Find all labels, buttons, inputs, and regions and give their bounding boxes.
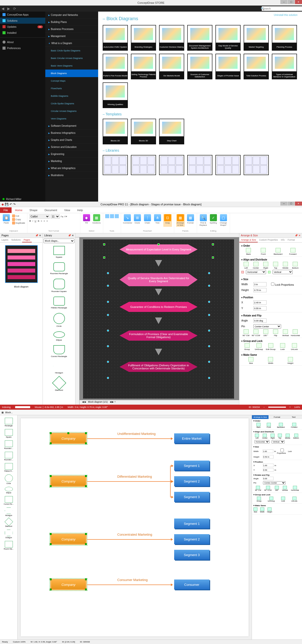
align-bottom[interactable]: Bottom [291, 262, 300, 269]
cut-button[interactable]: Cut [12, 214, 25, 218]
change-shape-button[interactable]: ▢Change Shape* [219, 214, 228, 227]
shape-ellipse[interactable]: Ellipse [43, 329, 75, 343]
order-front[interactable]: Front [256, 248, 271, 255]
flowbox[interactable]: Quality of Service Standards Are Determi… [120, 273, 198, 286]
shape-hexagon[interactable]: Hexagon [43, 360, 75, 376]
flowbox[interactable]: Guarantee of Conditions to Redeem Promis… [120, 302, 198, 312]
nav-updates[interactable]: Updates02 [0, 24, 45, 30]
tab-shape[interactable]: Shape [26, 207, 41, 213]
cat-item[interactable]: ▶Marketing [45, 158, 98, 165]
segment-box[interactable]: Segment 2 [174, 476, 209, 486]
cat-item[interactable]: ▶Building Plans [45, 19, 98, 26]
editgroup-btn[interactable]: Edit Group [265, 343, 276, 350]
category-list[interactable]: ▶Computer and Networks ▶Building Plans ▶… [45, 12, 98, 202]
pane-pin-icon[interactable]: 📌 ✕ [68, 234, 74, 237]
tb-icon[interactable]: ▦ [2, 411, 4, 414]
thumb-item[interactable]: Automotive HVAC System [103, 25, 128, 51]
dist-v[interactable]: Vertical [272, 440, 285, 443]
close-button[interactable]: ✕ [295, 202, 302, 206]
pin-select[interactable]: Center-Center [253, 324, 281, 329]
tab-view[interactable]: View [61, 207, 74, 213]
cat-item[interactable]: ▶Business Infographics [45, 130, 98, 137]
segment-box[interactable]: Segment 1 [174, 461, 209, 471]
rot-ccw[interactable]: 90° CCW [251, 329, 260, 337]
nav-solutions[interactable]: Solutions [0, 18, 45, 24]
atab[interactable]: Custom Properties [258, 238, 280, 242]
group-btn[interactable]: Group [241, 343, 253, 350]
flip-h[interactable]: Horizontal [291, 329, 300, 337]
cat-item[interactable]: ▶Graphs and Charts [45, 137, 98, 144]
minimize-button[interactable]: ─ [280, 0, 287, 4]
pane-tab[interactable]: Layers [0, 238, 10, 242]
subcat-item[interactable]: Flowcharts [45, 85, 98, 92]
rtab[interactable]: Format [269, 415, 285, 419]
align-top[interactable]: Top [271, 262, 280, 269]
pin-select[interactable]: Center-Center [263, 481, 286, 485]
x-input[interactable] [253, 300, 267, 305]
subcat-item[interactable]: Bubble Diagrams [45, 92, 98, 100]
subcat-item[interactable]: Basic Circle-Spoke Diagrams [45, 47, 98, 54]
same-size[interactable]: Size [241, 357, 260, 364]
maximize-button[interactable]: ☐ [288, 202, 295, 206]
nav-installed[interactable]: Installed [0, 30, 45, 36]
shape-item[interactable]: Rectangle [0, 418, 17, 427]
thumb-item[interactable]: Planning Process [272, 25, 297, 51]
canvas[interactable]: Measurement of Expectation Level in Ever… [76, 233, 239, 405]
order-back[interactable]: Back [241, 248, 256, 255]
shape-item[interactable]: Rounded ... [0, 440, 17, 449]
flip-v[interactable]: Vertical [281, 329, 290, 337]
format-button[interactable]: ▦Format [186, 214, 195, 227]
unlock-btn[interactable]: UnLock [289, 343, 300, 350]
same-height[interactable]: Height [267, 507, 272, 513]
library-thumb[interactable] [103, 155, 128, 175]
align-center[interactable]: Center [251, 262, 260, 269]
pane-tab[interactable]: Solutions [10, 238, 22, 242]
shape-item[interactable]: Ellipse [0, 487, 17, 494]
shape-diamond[interactable]: Diamond [43, 376, 75, 393]
group[interactable]: Group [256, 497, 261, 502]
thumb-item[interactable]: Winning Qualities [103, 82, 128, 108]
segment-box[interactable]: Segment 1 [174, 519, 209, 529]
a-left[interactable]: Left [255, 434, 259, 439]
same-width[interactable]: Width [260, 507, 265, 513]
cat-item[interactable]: ▶Engineering [45, 151, 98, 158]
w-input[interactable] [263, 449, 273, 453]
zoom-out-icon[interactable]: − [263, 406, 265, 408]
y-input[interactable] [253, 306, 267, 310]
close-button[interactable]: ✕ [295, 0, 302, 4]
order-backward[interactable]: Backward [277, 423, 285, 428]
qa-redo-icon[interactable]: ↷ [13, 203, 16, 206]
shape-rsquare[interactable]: Rounded Square [43, 277, 75, 295]
flip[interactable]: Flip [271, 329, 280, 337]
order-forward[interactable]: Forward [286, 248, 300, 255]
nav-preferences[interactable]: Preferences [0, 45, 45, 51]
company-box[interactable]: Company [51, 534, 86, 544]
zoom-slider[interactable] [268, 407, 286, 408]
tool-icon[interactable] [110, 214, 114, 218]
zoom-in-icon[interactable]: + [289, 406, 291, 408]
order-forward[interactable]: Forward [291, 423, 297, 428]
cat-item[interactable]: ▶What are Infographics [45, 165, 98, 172]
company-box[interactable]: Company [51, 579, 86, 590]
shape-item[interactable]: Diamond [0, 519, 17, 527]
align-left[interactable]: Left [241, 262, 251, 269]
shape-rrect[interactable]: Rounded Rectangle [43, 260, 75, 277]
dist-v-select[interactable]: Vertical [273, 270, 293, 274]
cat-item[interactable]: ▶Illustrations [45, 172, 98, 179]
same-width[interactable]: Width [261, 357, 280, 364]
flip-h[interactable]: Horizontal [291, 486, 299, 491]
thumb-item[interactable]: Customer Decision Making [159, 25, 184, 51]
thumb-item[interactable]: Sources of Customer Satisfaction [187, 54, 212, 79]
a-right[interactable]: Right [271, 434, 275, 439]
dist-h[interactable]: Horizontal [254, 440, 270, 443]
lock-prop-check[interactable] [271, 282, 274, 286]
italic-button[interactable]: I [32, 220, 33, 222]
thumb-item[interactable]: Document Management System Architecture [187, 25, 212, 51]
angle-input[interactable] [253, 318, 267, 323]
company-box[interactable]: Company [51, 433, 86, 443]
x-input[interactable] [263, 464, 274, 467]
shrink-font-icon[interactable]: A▾ [64, 215, 67, 218]
library-thumb[interactable] [244, 155, 269, 175]
tab-document[interactable]: Document [41, 207, 61, 213]
library-select[interactable]: Block diagra... [44, 239, 74, 243]
